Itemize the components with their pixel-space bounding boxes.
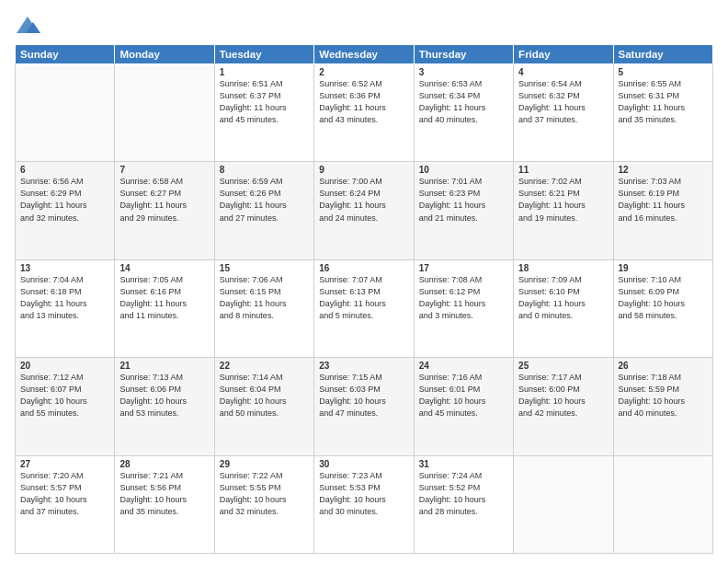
day-number: 28 bbox=[119, 459, 209, 469]
day-detail: Sunrise: 7:21 AM Sunset: 5:56 PM Dayligh… bbox=[119, 470, 209, 518]
day-number: 30 bbox=[319, 459, 408, 469]
day-number: 16 bbox=[319, 263, 408, 273]
day-detail: Sunrise: 7:09 AM Sunset: 6:10 PM Dayligh… bbox=[518, 274, 608, 322]
calendar-day-cell: 7Sunrise: 6:58 AM Sunset: 6:27 PM Daylig… bbox=[115, 162, 214, 259]
day-detail: Sunrise: 7:06 AM Sunset: 6:15 PM Dayligh… bbox=[220, 274, 309, 322]
calendar-day-cell: 18Sunrise: 7:09 AM Sunset: 6:10 PM Dayli… bbox=[514, 259, 613, 357]
calendar-header-cell: Saturday bbox=[613, 45, 712, 64]
day-number: 1 bbox=[220, 67, 309, 77]
day-number: 31 bbox=[419, 459, 508, 469]
day-detail: Sunrise: 7:10 AM Sunset: 6:09 PM Dayligh… bbox=[619, 274, 708, 322]
calendar-header-cell: Friday bbox=[514, 45, 613, 64]
calendar-day-cell: 24Sunrise: 7:16 AM Sunset: 6:01 PM Dayli… bbox=[414, 358, 513, 455]
calendar-body: 1Sunrise: 6:51 AM Sunset: 6:37 PM Daylig… bbox=[16, 64, 713, 554]
day-number: 11 bbox=[518, 165, 608, 175]
day-number: 19 bbox=[619, 263, 708, 273]
day-number: 5 bbox=[619, 67, 708, 77]
day-detail: Sunrise: 7:03 AM Sunset: 6:19 PM Dayligh… bbox=[619, 176, 708, 224]
calendar-day-cell bbox=[16, 64, 115, 162]
calendar-day-cell: 22Sunrise: 7:14 AM Sunset: 6:04 PM Dayli… bbox=[214, 358, 313, 455]
calendar-header-cell: Tuesday bbox=[214, 45, 313, 64]
day-number: 2 bbox=[319, 67, 408, 77]
calendar-week-row: 20Sunrise: 7:12 AM Sunset: 6:07 PM Dayli… bbox=[16, 358, 713, 455]
day-number: 24 bbox=[419, 361, 508, 371]
calendar-day-cell: 27Sunrise: 7:20 AM Sunset: 5:57 PM Dayli… bbox=[16, 455, 115, 553]
day-detail: Sunrise: 6:54 AM Sunset: 6:32 PM Dayligh… bbox=[518, 78, 608, 126]
day-detail: Sunrise: 7:17 AM Sunset: 6:00 PM Dayligh… bbox=[518, 372, 608, 419]
calendar-day-cell: 23Sunrise: 7:15 AM Sunset: 6:03 PM Dayli… bbox=[314, 358, 414, 455]
day-detail: Sunrise: 7:15 AM Sunset: 6:03 PM Dayligh… bbox=[319, 372, 408, 419]
day-number: 26 bbox=[619, 361, 708, 371]
day-detail: Sunrise: 7:00 AM Sunset: 6:24 PM Dayligh… bbox=[319, 176, 408, 224]
calendar-day-cell: 4Sunrise: 6:54 AM Sunset: 6:32 PM Daylig… bbox=[514, 64, 613, 162]
page: SundayMondayTuesdayWednesdayThursdayFrid… bbox=[0, 0, 728, 563]
calendar-week-row: 6Sunrise: 6:56 AM Sunset: 6:29 PM Daylig… bbox=[16, 162, 713, 259]
calendar-day-cell bbox=[514, 455, 613, 553]
day-detail: Sunrise: 6:58 AM Sunset: 6:27 PM Dayligh… bbox=[119, 176, 209, 224]
calendar-day-cell: 8Sunrise: 6:59 AM Sunset: 6:26 PM Daylig… bbox=[214, 162, 313, 259]
calendar-day-cell: 5Sunrise: 6:55 AM Sunset: 6:31 PM Daylig… bbox=[613, 64, 712, 162]
day-number: 20 bbox=[20, 361, 109, 371]
calendar-day-cell: 21Sunrise: 7:13 AM Sunset: 6:06 PM Dayli… bbox=[115, 358, 214, 455]
day-detail: Sunrise: 7:16 AM Sunset: 6:01 PM Dayligh… bbox=[419, 372, 508, 419]
day-number: 21 bbox=[119, 361, 209, 371]
day-number: 17 bbox=[419, 263, 508, 273]
day-detail: Sunrise: 7:24 AM Sunset: 5:52 PM Dayligh… bbox=[419, 470, 508, 518]
logo bbox=[15, 15, 42, 39]
day-number: 27 bbox=[20, 459, 109, 469]
day-number: 8 bbox=[220, 165, 309, 175]
day-detail: Sunrise: 7:07 AM Sunset: 6:13 PM Dayligh… bbox=[319, 274, 408, 322]
calendar-day-cell: 20Sunrise: 7:12 AM Sunset: 6:07 PM Dayli… bbox=[16, 358, 115, 455]
header bbox=[15, 11, 713, 39]
calendar-day-cell: 31Sunrise: 7:24 AM Sunset: 5:52 PM Dayli… bbox=[414, 455, 513, 553]
day-detail: Sunrise: 7:01 AM Sunset: 6:23 PM Dayligh… bbox=[419, 176, 508, 224]
calendar-day-cell: 29Sunrise: 7:22 AM Sunset: 5:55 PM Dayli… bbox=[214, 455, 313, 553]
calendar-table: SundayMondayTuesdayWednesdayThursdayFrid… bbox=[15, 44, 713, 554]
day-number: 13 bbox=[20, 263, 109, 273]
day-detail: Sunrise: 6:52 AM Sunset: 6:36 PM Dayligh… bbox=[319, 78, 408, 126]
calendar-day-cell: 15Sunrise: 7:06 AM Sunset: 6:15 PM Dayli… bbox=[214, 259, 313, 357]
day-detail: Sunrise: 7:23 AM Sunset: 5:53 PM Dayligh… bbox=[319, 470, 408, 518]
calendar-header-cell: Monday bbox=[115, 45, 214, 64]
calendar-day-cell: 10Sunrise: 7:01 AM Sunset: 6:23 PM Dayli… bbox=[414, 162, 513, 259]
calendar-day-cell: 17Sunrise: 7:08 AM Sunset: 6:12 PM Dayli… bbox=[414, 259, 513, 357]
day-detail: Sunrise: 7:14 AM Sunset: 6:04 PM Dayligh… bbox=[220, 372, 309, 419]
day-detail: Sunrise: 7:13 AM Sunset: 6:06 PM Dayligh… bbox=[119, 372, 209, 419]
day-number: 12 bbox=[619, 165, 708, 175]
day-number: 6 bbox=[20, 165, 109, 175]
calendar-header-cell: Sunday bbox=[16, 45, 115, 64]
calendar-week-row: 1Sunrise: 6:51 AM Sunset: 6:37 PM Daylig… bbox=[16, 64, 713, 162]
day-number: 25 bbox=[518, 361, 608, 371]
day-number: 22 bbox=[220, 361, 309, 371]
calendar-day-cell: 25Sunrise: 7:17 AM Sunset: 6:00 PM Dayli… bbox=[514, 358, 613, 455]
day-number: 3 bbox=[419, 67, 508, 77]
calendar-week-row: 13Sunrise: 7:04 AM Sunset: 6:18 PM Dayli… bbox=[16, 259, 713, 357]
calendar-day-cell: 13Sunrise: 7:04 AM Sunset: 6:18 PM Dayli… bbox=[16, 259, 115, 357]
calendar-header-cell: Wednesday bbox=[314, 45, 414, 64]
calendar-day-cell bbox=[115, 64, 214, 162]
calendar-day-cell: 30Sunrise: 7:23 AM Sunset: 5:53 PM Dayli… bbox=[314, 455, 414, 553]
calendar-day-cell: 28Sunrise: 7:21 AM Sunset: 5:56 PM Dayli… bbox=[115, 455, 214, 553]
calendar-day-cell: 1Sunrise: 6:51 AM Sunset: 6:37 PM Daylig… bbox=[214, 64, 313, 162]
day-detail: Sunrise: 7:18 AM Sunset: 5:59 PM Dayligh… bbox=[619, 372, 708, 419]
day-detail: Sunrise: 7:05 AM Sunset: 6:16 PM Dayligh… bbox=[119, 274, 209, 322]
day-detail: Sunrise: 7:08 AM Sunset: 6:12 PM Dayligh… bbox=[419, 274, 508, 322]
calendar-day-cell: 19Sunrise: 7:10 AM Sunset: 6:09 PM Dayli… bbox=[613, 259, 712, 357]
day-number: 15 bbox=[220, 263, 309, 273]
calendar-day-cell bbox=[613, 455, 712, 553]
calendar-day-cell: 11Sunrise: 7:02 AM Sunset: 6:21 PM Dayli… bbox=[514, 162, 613, 259]
calendar-day-cell: 14Sunrise: 7:05 AM Sunset: 6:16 PM Dayli… bbox=[115, 259, 214, 357]
day-detail: Sunrise: 6:53 AM Sunset: 6:34 PM Dayligh… bbox=[419, 78, 508, 126]
calendar-day-cell: 9Sunrise: 7:00 AM Sunset: 6:24 PM Daylig… bbox=[314, 162, 414, 259]
calendar-day-cell: 3Sunrise: 6:53 AM Sunset: 6:34 PM Daylig… bbox=[414, 64, 513, 162]
day-detail: Sunrise: 6:59 AM Sunset: 6:26 PM Dayligh… bbox=[220, 176, 309, 224]
calendar-day-cell: 16Sunrise: 7:07 AM Sunset: 6:13 PM Dayli… bbox=[314, 259, 414, 357]
calendar-day-cell: 12Sunrise: 7:03 AM Sunset: 6:19 PM Dayli… bbox=[613, 162, 712, 259]
day-number: 14 bbox=[119, 263, 209, 273]
day-detail: Sunrise: 6:51 AM Sunset: 6:37 PM Dayligh… bbox=[220, 78, 309, 126]
calendar-week-row: 27Sunrise: 7:20 AM Sunset: 5:57 PM Dayli… bbox=[16, 455, 713, 553]
day-number: 4 bbox=[518, 67, 608, 77]
day-number: 29 bbox=[220, 459, 309, 469]
day-number: 23 bbox=[319, 361, 408, 371]
day-detail: Sunrise: 7:20 AM Sunset: 5:57 PM Dayligh… bbox=[20, 470, 109, 518]
